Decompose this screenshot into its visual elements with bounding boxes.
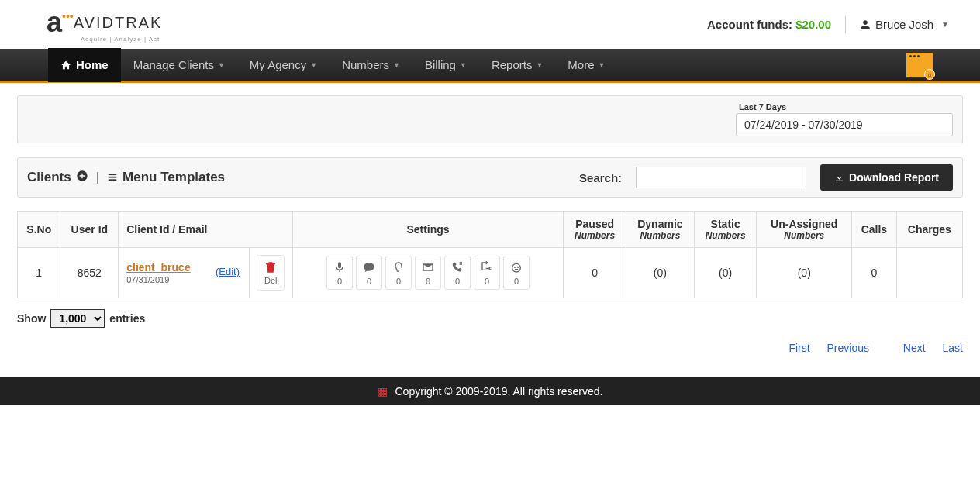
divider xyxy=(845,16,846,33)
nav-numbers[interactable]: Numbers▼ xyxy=(330,48,412,82)
chevron-down-icon: ▼ xyxy=(941,20,949,29)
nav-manage-clients[interactable]: Manage Clients▼ xyxy=(121,48,237,82)
nav-billing[interactable]: Billing▼ xyxy=(412,48,479,82)
cell-static: (0) xyxy=(695,248,757,298)
chevron-down-icon: ▼ xyxy=(460,61,467,69)
cell-calls: 0 xyxy=(852,248,896,298)
trash-icon xyxy=(264,260,278,274)
chat-icon xyxy=(363,261,375,274)
date-filter-label: Last 7 Days xyxy=(736,102,953,112)
logo-brand: AVIDTRAK xyxy=(74,14,163,32)
entries-select[interactable]: 1,000 xyxy=(50,309,105,328)
cell-sno: 1 xyxy=(18,248,60,298)
cell-paused: 0 xyxy=(564,248,626,298)
nav-label: More xyxy=(568,58,594,71)
quick-home-widget[interactable]: ⌂ xyxy=(906,52,933,78)
nav-my-agency[interactable]: My Agency▼ xyxy=(237,48,330,82)
chat-setting[interactable]: 0 xyxy=(356,256,382,290)
section-header: Clients | Menu Templates Search: Downloa… xyxy=(17,157,963,198)
cell-charges xyxy=(896,248,962,298)
cell-unassigned: (0) xyxy=(757,248,852,298)
chevron-down-icon: ▼ xyxy=(218,61,225,69)
svg-rect-2 xyxy=(109,177,117,178)
nav-more[interactable]: More▼ xyxy=(555,48,617,82)
chevron-down-icon: ▼ xyxy=(536,61,543,69)
main-nav: Home Manage Clients▼ My Agency▼ Numbers▼… xyxy=(0,49,980,83)
col-paused: PausedNumbers xyxy=(564,212,626,248)
page-last[interactable]: Last xyxy=(943,342,963,354)
envelope-icon xyxy=(422,261,434,274)
nav-label: Manage Clients xyxy=(133,58,214,71)
callerid-setting[interactable]: 0 xyxy=(444,256,471,290)
page-first[interactable]: First xyxy=(788,342,809,354)
page-previous[interactable]: Previous xyxy=(826,342,868,354)
forward-setting[interactable]: 0 xyxy=(474,256,500,290)
phone-forward-icon xyxy=(481,261,493,274)
grid-icon: ▦ xyxy=(378,385,388,398)
account-funds: Account funds: $20.00 xyxy=(707,18,831,31)
separator: | xyxy=(96,170,99,185)
clients-table: S.No User Id Client Id / Email Settings … xyxy=(17,211,963,298)
menu-templates-link[interactable]: Menu Templates xyxy=(122,170,225,185)
nav-label: Billing xyxy=(425,58,456,71)
entries-suffix: entries xyxy=(109,312,145,325)
nav-home[interactable]: Home xyxy=(48,48,121,82)
date-filter-panel: Last 7 Days xyxy=(17,95,963,143)
funds-amount: $20.00 xyxy=(795,18,831,31)
search-input[interactable] xyxy=(636,167,806,188)
nav-label: Numbers xyxy=(342,58,389,71)
col-settings: Settings xyxy=(292,212,564,248)
robot-setting[interactable]: 0 xyxy=(503,256,530,290)
delete-button[interactable]: Del xyxy=(257,255,285,291)
logo-dots-icon: ••• xyxy=(62,10,74,22)
phone-id-icon xyxy=(451,261,464,274)
svg-rect-1 xyxy=(109,174,117,175)
col-static: StaticNumbers xyxy=(695,212,757,248)
plus-circle-icon xyxy=(76,170,88,182)
col-calls: Calls xyxy=(852,212,896,248)
svg-rect-7 xyxy=(515,269,518,270)
robot-icon xyxy=(510,261,523,274)
ear-icon xyxy=(392,261,405,274)
col-sno: S.No xyxy=(18,212,60,248)
svg-point-5 xyxy=(514,267,516,268)
client-link[interactable]: client_bruce xyxy=(126,261,190,274)
top-bar: a ••• AVIDTRAK Acquire | Analyze | Act A… xyxy=(0,0,980,49)
funds-label: Account funds: xyxy=(707,18,792,31)
logo[interactable]: a ••• AVIDTRAK Acquire | Analyze | Act xyxy=(47,6,162,43)
mic-setting[interactable]: 0 xyxy=(326,256,353,290)
download-icon xyxy=(834,173,844,183)
ear-setting[interactable]: 0 xyxy=(385,256,412,290)
copyright: Copyright © 2009-2019, All rights reserv… xyxy=(395,385,602,398)
del-label: Del xyxy=(264,276,278,285)
chevron-down-icon: ▼ xyxy=(310,61,317,69)
logo-tagline: Acquire | Analyze | Act xyxy=(81,36,162,43)
col-unassigned: Un-AssignedNumbers xyxy=(757,212,852,248)
mail-setting[interactable]: 0 xyxy=(415,256,441,290)
col-user-id: User Id xyxy=(60,212,119,248)
home-badge-icon: ⌂ xyxy=(924,69,935,80)
user-icon xyxy=(860,19,871,30)
show-label: Show xyxy=(17,312,46,325)
edit-link[interactable]: (Edit) xyxy=(216,266,240,277)
nav-label: Reports xyxy=(492,58,533,71)
list-icon xyxy=(107,172,118,183)
microphone-icon xyxy=(333,261,346,274)
nav-label: Home xyxy=(76,58,109,71)
clients-heading: Clients xyxy=(27,170,71,185)
download-report-button[interactable]: Download Report xyxy=(820,164,953,191)
user-menu[interactable]: Bruce Josh ▼ xyxy=(860,18,949,31)
logo-letter: a xyxy=(47,6,62,39)
col-dynamic: DynamicNumbers xyxy=(626,212,694,248)
date-range-input[interactable] xyxy=(736,113,953,136)
settings-icons: 0 0 0 0 0 0 0 xyxy=(301,256,556,290)
cell-user-id: 8652 xyxy=(60,248,119,298)
add-client-button[interactable] xyxy=(76,170,88,186)
page-next[interactable]: Next xyxy=(903,342,926,354)
svg-rect-3 xyxy=(109,179,117,181)
table-header-row: S.No User Id Client Id / Email Settings … xyxy=(18,212,963,248)
svg-point-6 xyxy=(517,267,519,268)
home-icon xyxy=(60,60,71,71)
nav-reports[interactable]: Reports▼ xyxy=(479,48,555,82)
button-label: Download Report xyxy=(849,171,939,184)
